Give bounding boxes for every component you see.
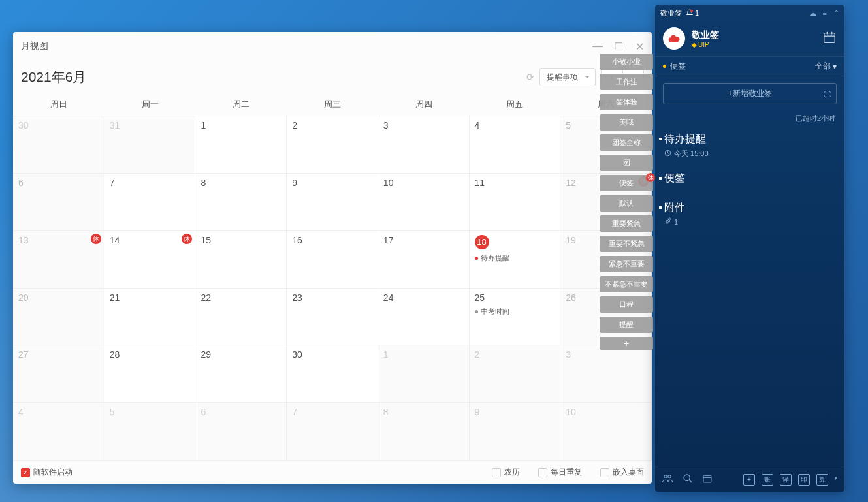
expand-icon: ⛶	[824, 90, 831, 97]
calendar-cell[interactable]: 23	[287, 289, 378, 346]
calc-box-button[interactable]: 算	[816, 474, 828, 486]
calendar-cell[interactable]: 2	[287, 116, 378, 174]
calendar-cell[interactable]: 3	[560, 345, 652, 403]
minimize-button[interactable]: —	[593, 42, 602, 51]
calendar-cell[interactable]: 9	[287, 174, 378, 231]
window-title: 月视图	[21, 40, 48, 52]
calendar-cell[interactable]: 6	[13, 174, 104, 231]
category-tag[interactable]: 默认	[600, 195, 653, 212]
category-tag[interactable]: 团签全称	[600, 134, 653, 151]
translate-box-button[interactable]: 译	[780, 474, 792, 486]
notes-panel: 敬业签 1 ☁ ≡ ⌃ 敬业签 ◆UIP 便签 全部 ▾ +新增敬业签 ⛶ 已超…	[655, 5, 844, 492]
day-header-row: 周日周一周二周三周四周五周六	[13, 93, 652, 116]
calendar-cell[interactable]: 11	[470, 174, 561, 231]
filter-all[interactable]: 全部 ▾	[815, 61, 837, 72]
refresh-icon[interactable]: ⟳	[526, 72, 534, 82]
schedule-icon[interactable]	[702, 473, 713, 486]
calendar-cell[interactable]: 3	[378, 116, 470, 174]
calendar-cell[interactable]: 1	[195, 116, 287, 174]
calendar-event[interactable]: 待办提醒	[475, 253, 555, 263]
calendar-icon	[822, 30, 837, 44]
maximize-button[interactable]: ☐	[614, 42, 623, 51]
add-box-button[interactable]: +	[743, 474, 755, 486]
calendar-cell[interactable]: 13休	[13, 231, 104, 289]
lunar-checkbox[interactable]: 农历	[492, 467, 520, 478]
startup-checkbox[interactable]: ✓ 随软件启动	[21, 467, 72, 478]
calendar-cell[interactable]: 8	[195, 174, 287, 231]
bell-icon	[686, 9, 694, 17]
category-tag[interactable]: 图	[600, 155, 653, 171]
category-tag[interactable]: 重要不紧急	[600, 236, 653, 252]
note-item[interactable]: 便签	[655, 165, 844, 195]
calendar-icon-button[interactable]	[822, 30, 837, 47]
calendar-cell[interactable]: 21	[104, 289, 196, 346]
calendar-cell[interactable]: 1	[378, 345, 470, 403]
category-tag[interactable]: 便签休	[600, 175, 653, 191]
close-button[interactable]: ✕	[635, 42, 644, 51]
calendar-cell[interactable]: 16	[287, 231, 378, 289]
calendar-cell[interactable]: 7	[104, 174, 196, 231]
calendar-cell[interactable]: 4	[470, 116, 561, 174]
calendar-cell[interactable]: 30	[287, 345, 378, 403]
calendar-cell[interactable]: 24	[378, 289, 470, 346]
holiday-badge: 休	[91, 234, 101, 244]
sync-icon[interactable]: ☁	[809, 9, 816, 18]
menu-icon[interactable]: ≡	[823, 9, 827, 18]
calendar-cell[interactable]: 31	[104, 116, 196, 174]
calendar-cell[interactable]: 15	[195, 231, 287, 289]
calendar-cell[interactable]: 22	[195, 289, 287, 346]
calendar-cell[interactable]: 4	[13, 403, 104, 460]
account-box-button[interactable]: 账	[762, 474, 773, 486]
calendar-cell[interactable]: 7	[287, 403, 378, 460]
note-item[interactable]: 待办提醒今天 15:00	[655, 126, 844, 165]
calendar-cell[interactable]: 20	[13, 289, 104, 346]
calendar-cell[interactable]: 8	[378, 403, 470, 460]
more-icon[interactable]: ▸	[835, 474, 838, 486]
calendar-cell[interactable]: 29	[195, 345, 287, 403]
category-tag[interactable]: 不紧急不重要	[600, 276, 653, 292]
repeat-checkbox[interactable]: 每日重复	[538, 467, 582, 478]
category-tag[interactable]: 提醒	[600, 317, 653, 333]
calendar-event[interactable]: 中考时间	[475, 307, 555, 317]
month-label: 2021年6月	[21, 68, 86, 86]
search-icon[interactable]	[683, 473, 693, 486]
day-header: 周三	[287, 93, 378, 116]
svg-line-9	[689, 480, 692, 482]
note-item[interactable]: 附件1	[655, 195, 844, 232]
category-tag[interactable]: 重要紧急	[600, 215, 653, 232]
svg-rect-10	[703, 475, 711, 482]
calendar-cell[interactable]: 14休	[104, 231, 196, 289]
category-tag[interactable]: 日程	[600, 296, 653, 313]
calendar-cell[interactable]: 27	[13, 345, 104, 403]
stamp-box-button[interactable]: 印	[798, 474, 810, 486]
attachment-icon	[664, 217, 671, 226]
calendar-cell[interactable]: 9	[470, 403, 561, 460]
category-tag[interactable]: 小敬小业	[600, 54, 653, 70]
category-tag[interactable]: 紧急不重要	[600, 256, 653, 272]
calendar-cell[interactable]: 17	[378, 231, 470, 289]
calendar-footer: ✓ 随软件启动 农历 每日重复 嵌入桌面	[13, 460, 652, 484]
category-tag[interactable]: 工作注	[600, 74, 653, 90]
calendar-cell[interactable]: 6	[195, 403, 287, 460]
category-tag[interactable]: 美哦	[600, 114, 653, 131]
category-tag[interactable]: 签体验	[600, 94, 653, 110]
add-tag-button[interactable]: +	[600, 337, 653, 350]
calendar-cell[interactable]: 10	[560, 403, 652, 460]
collapse-icon[interactable]: ⌃	[833, 9, 839, 18]
calendar-cell[interactable]: 30	[13, 116, 104, 174]
day-header: 周五	[470, 93, 561, 116]
vip-badge: ◆UIP	[692, 41, 719, 48]
brand-name: 敬业签	[692, 29, 719, 41]
new-note-button[interactable]: +新增敬业签 ⛶	[663, 83, 837, 104]
embed-checkbox[interactable]: 嵌入桌面	[600, 467, 644, 478]
calendar-cell[interactable]: 5	[104, 403, 196, 460]
notification-badge[interactable]: 1	[686, 9, 699, 17]
contacts-icon[interactable]	[662, 473, 673, 486]
calendar-cell[interactable]: 25中考时间	[470, 289, 561, 346]
calendar-cell[interactable]: 18待办提醒	[470, 231, 561, 289]
note-title: 便签	[664, 172, 835, 185]
filter-dropdown[interactable]: 提醒事项	[539, 68, 596, 86]
calendar-cell[interactable]: 2	[470, 345, 561, 403]
calendar-cell[interactable]: 10	[378, 174, 470, 231]
calendar-cell[interactable]: 28	[104, 345, 196, 403]
